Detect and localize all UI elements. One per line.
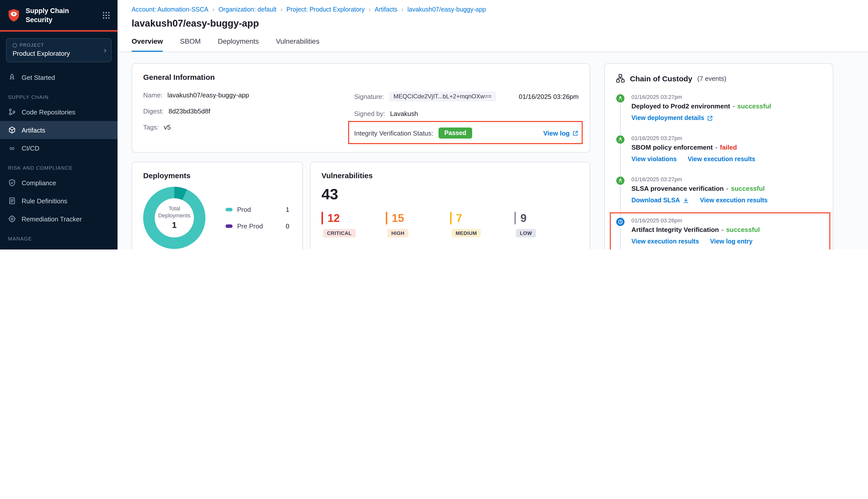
breadcrumb-organization[interactable]: Organization: default (218, 6, 277, 13)
sidebar-item-label: CI/CD (22, 144, 39, 152)
external-link-icon (707, 115, 713, 121)
breadcrumb-account[interactable]: Account: Automation-SSCA (132, 6, 208, 13)
dash: - (726, 185, 728, 192)
chain-of-custody-panel: Chain of Custody (7 events) 01/16/2025 0… (604, 63, 833, 250)
legend-label: Pre Prod (237, 222, 263, 230)
chevron-right-icon: › (369, 6, 371, 13)
external-link-icon (572, 130, 579, 136)
severity-low: 9 LOW (514, 212, 579, 238)
event-artifact-integrity-verification: 01/16/2025 03:26pm Artifact Integrity Ve… (616, 217, 822, 250)
target-icon (8, 215, 16, 223)
tab-deployments[interactable]: Deployments (218, 37, 259, 52)
severity-count: 7 (450, 212, 514, 224)
view-log-entry-link[interactable]: View log entry (710, 238, 752, 245)
severity-label-chip: LOW (516, 229, 536, 238)
general-info-right-column: Signature: MEQCICde2VjIT...bL+2+mqnOXw==… (354, 92, 579, 139)
breadcrumb-project[interactable]: Project: Product Exploratory (286, 6, 364, 13)
sidebar-item-label: Get Started (22, 74, 55, 81)
event-timestamp: 01/16/2025 03:27pm (631, 135, 822, 141)
preprod-legend-swatch (226, 224, 232, 228)
digest-value: 8d23bd3b5d8f (169, 107, 210, 115)
card-title: Vulnerabilities (322, 171, 579, 180)
signature-label: Signature: (354, 93, 384, 100)
document-icon (8, 197, 16, 205)
download-icon (683, 197, 689, 204)
download-slsa-link[interactable]: Download SLSA (631, 197, 689, 204)
signed-by-value: Lavakush (390, 110, 418, 118)
view-execution-results-link[interactable]: View execution results (631, 238, 699, 245)
name-value: lavakush07/easy-buggy-app (168, 92, 249, 99)
sidebar-item-code-repositories[interactable]: Code Repositories (0, 103, 118, 121)
section-label-supply-chain: SUPPLY CHAIN (0, 86, 118, 103)
event-title: Deployed to Prod2 environment (631, 102, 730, 110)
signature-value: MEQCICde2VjIT...bL+2+mqnOXw== (389, 92, 496, 101)
infinity-icon: ∞ (8, 144, 16, 152)
breadcrumb-current[interactable]: lavakush07/easy-buggy-app (407, 6, 486, 13)
sidebar-item-cicd[interactable]: ∞ CI/CD (0, 139, 118, 157)
sidebar-item-label: Remediation Tracker (22, 215, 82, 223)
dash: - (715, 144, 718, 151)
sidebar-item-compliance[interactable]: Compliance (0, 174, 118, 192)
verification-event-icon (616, 176, 625, 185)
event-sbom-policy-enforcement: 01/16/2025 03:27pm SBOM policy enforceme… (616, 135, 822, 176)
dash: - (733, 102, 735, 110)
legend-value: 1 (286, 206, 291, 214)
sidebar-item-rule-definitions[interactable]: Rule Definitions (0, 192, 118, 210)
project-name: Product Exploratory (13, 50, 98, 57)
digest-row: Digest: 8d23bd3b5d8f (143, 107, 354, 115)
event-title: Artifact Integrity Verification (631, 226, 719, 233)
breadcrumb-artifacts[interactable]: Artifacts (375, 6, 397, 13)
severity-count: 15 (386, 212, 450, 224)
chain-of-custody-header: Chain of Custody (7 events) (616, 74, 822, 83)
passed-status-badge: Passed (438, 127, 472, 138)
event-status: failed (720, 144, 737, 151)
main-area: Account: Automation-SSCA › Organization:… (118, 0, 868, 250)
view-log-link[interactable]: View log (543, 129, 579, 137)
view-execution-results-link[interactable]: View execution results (700, 197, 768, 204)
events-count: (7 events) (697, 75, 726, 82)
signed-by-label: Signed by: (354, 110, 385, 118)
general-info-left-column: Name: lavakush07/easy-buggy-app Digest: … (143, 92, 354, 139)
severity-medium: 7 MEDIUM (450, 212, 514, 238)
view-violations-link[interactable]: View violations (631, 156, 677, 163)
severity-count: 12 (322, 212, 386, 224)
donut-center: Total Deployments 1 (155, 198, 194, 238)
cards-row-2: Deployments Total Deployments 1 (132, 162, 590, 250)
view-deployment-details-link[interactable]: View deployment details (631, 114, 713, 121)
event-timeline: 01/16/2025 03:27pm Deployed to Prod2 env… (616, 94, 822, 250)
card-title: Deployments (143, 171, 291, 180)
tab-bar: Overview SBOM Deployments Vulnerabilitie… (132, 37, 854, 52)
chevron-right-icon: › (401, 6, 403, 13)
sidebar-item-label: Compliance (22, 179, 56, 186)
severity-label-chip: HIGH (387, 229, 408, 238)
tab-vulnerabilities[interactable]: Vulnerabilities (276, 37, 319, 52)
tab-overview[interactable]: Overview (132, 37, 163, 52)
sidebar-item-label: Code Repositories (22, 108, 75, 116)
sidebar-item-artifacts[interactable]: Artifacts (0, 121, 118, 139)
sidebar-item-integrations[interactable]: Integrations (0, 244, 118, 250)
tab-sbom[interactable]: SBOM (180, 37, 201, 52)
name-row: Name: lavakush07/easy-buggy-app (143, 92, 354, 99)
prod-legend-swatch (226, 208, 232, 211)
sidebar-item-get-started[interactable]: Get Started (0, 68, 118, 86)
event-status: successful (726, 226, 760, 233)
sidebar-item-label: Artifacts (22, 126, 45, 134)
page-header: Account: Automation-SSCA › Organization:… (118, 0, 868, 52)
general-information-card: General Information Name: lavakush07/eas… (132, 63, 590, 153)
chevron-right-icon: › (280, 6, 282, 13)
module-switcher-icon[interactable] (102, 11, 110, 20)
project-label: PROJECT (20, 43, 44, 48)
deployments-body: Total Deployments 1 Prod 1 (143, 187, 291, 249)
view-execution-results-link[interactable]: View execution results (688, 156, 755, 163)
sidebar-item-remediation-tracker[interactable]: Remediation Tracker (0, 210, 118, 228)
deployment-event-icon (616, 94, 625, 103)
chain-of-custody-icon (616, 74, 625, 83)
section-label-risk-compliance: RISK AND COMPLIANCE (0, 157, 118, 174)
legend-label: Prod (237, 206, 251, 214)
event-timestamp: 01/16/2025 03:27pm (631, 176, 822, 182)
project-selector[interactable]: PROJECT Product Exploratory › (6, 38, 111, 62)
cube-icon (8, 126, 16, 134)
vulnerabilities-card: Vulnerabilities 43 12 CRITICAL 15 HIGH (310, 162, 590, 250)
severity-count: 9 (514, 212, 579, 224)
sidebar: Supply Chain Security PROJECT Product Ex… (0, 0, 118, 250)
